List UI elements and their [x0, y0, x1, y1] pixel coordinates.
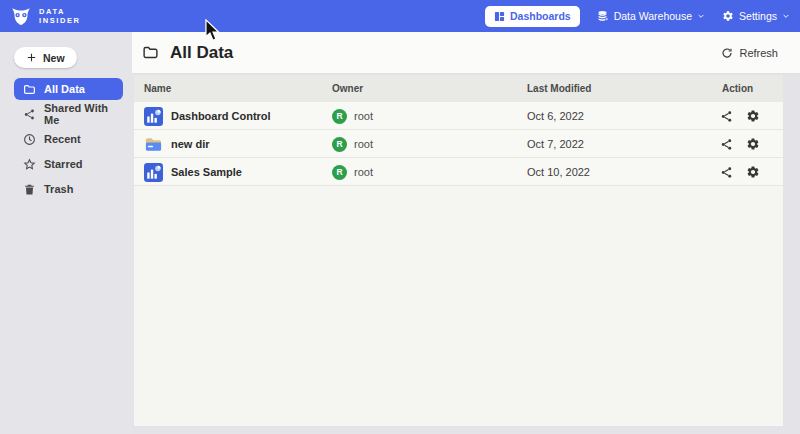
- brand-line2: INSIDER: [39, 16, 81, 25]
- owner-name: root: [354, 138, 373, 150]
- sidebar-item-recent[interactable]: Recent: [14, 128, 123, 150]
- star-icon: [23, 158, 36, 171]
- dashboard-file-icon: [144, 107, 163, 126]
- share-button[interactable]: [720, 110, 733, 123]
- content-header: All Data Refresh: [132, 32, 800, 74]
- new-button[interactable]: New: [14, 47, 77, 68]
- last-modified: Oct 6, 2022: [527, 102, 584, 130]
- folder-icon: [142, 44, 159, 61]
- plus-icon: [26, 52, 37, 63]
- sidebar-item-label: All Data: [44, 83, 85, 95]
- top-navbar: DATA INSIDER Dashboards: [0, 0, 800, 32]
- owner-name: root: [354, 166, 373, 178]
- file-table: Name Owner Last Modified Action Dashboar…: [134, 75, 783, 426]
- dashboard-file-icon: [144, 163, 163, 182]
- sidebar-item-all-data[interactable]: All Data: [14, 78, 123, 100]
- table-row-dashboard-control[interactable]: Dashboard Control R root Oct 6, 2022: [134, 102, 783, 130]
- database-icon: [597, 10, 609, 22]
- table-header: Name Owner Last Modified Action: [134, 75, 783, 102]
- last-modified: Oct 10, 2022: [527, 158, 590, 186]
- share-nodes-icon: [23, 108, 36, 121]
- owl-logo-icon: [10, 5, 32, 27]
- navbar-menu: Dashboards Data Warehouse: [485, 6, 790, 27]
- sidebar-item-label: Recent: [44, 133, 81, 145]
- refresh-label: Refresh: [739, 47, 778, 59]
- row-settings-button[interactable]: [746, 137, 760, 151]
- sidebar-item-shared-with-me[interactable]: Shared With Me: [14, 103, 123, 125]
- owner-name: root: [354, 110, 373, 122]
- file-name: Sales Sample: [171, 166, 242, 178]
- owner-avatar: R: [332, 137, 347, 152]
- column-header-action: Action: [722, 83, 753, 94]
- folder-file-icon: [144, 135, 163, 154]
- row-settings-button[interactable]: [746, 109, 760, 123]
- owner-avatar: R: [332, 109, 347, 124]
- clock-icon: [23, 133, 36, 146]
- settings-label: Settings: [739, 10, 777, 22]
- row-settings-button[interactable]: [746, 165, 760, 179]
- share-button[interactable]: [720, 166, 733, 179]
- column-header-name: Name: [144, 83, 171, 94]
- trash-icon: [23, 183, 36, 196]
- sidebar: New All Data Shared With Me: [0, 32, 132, 434]
- last-modified: Oct 7, 2022: [527, 130, 584, 158]
- refresh-button[interactable]: Refresh: [721, 47, 778, 59]
- folder-icon: [23, 83, 36, 96]
- new-button-label: New: [43, 52, 65, 64]
- file-name: new dir: [171, 138, 210, 150]
- sidebar-item-starred[interactable]: Starred: [14, 153, 123, 175]
- app-window: DATA INSIDER Dashboards: [0, 0, 800, 434]
- sidebar-item-label: Trash: [44, 183, 73, 195]
- data-warehouse-menu[interactable]: Data Warehouse: [597, 10, 705, 22]
- file-name: Dashboard Control: [171, 110, 271, 122]
- brand-logo: DATA INSIDER: [10, 5, 81, 27]
- column-header-owner: Owner: [332, 83, 363, 94]
- gear-icon: [722, 10, 734, 22]
- dashboards-label: Dashboards: [510, 10, 571, 22]
- table-row-sales-sample[interactable]: Sales Sample R root Oct 10, 2022: [134, 158, 783, 186]
- sidebar-item-label: Starred: [44, 158, 83, 170]
- settings-menu[interactable]: Settings: [722, 10, 790, 22]
- page-title: All Data: [170, 43, 233, 63]
- chevron-down-icon: [782, 12, 790, 20]
- sidebar-item-trash[interactable]: Trash: [14, 178, 123, 200]
- table-row-new-dir[interactable]: new dir R root Oct 7, 2022: [134, 130, 783, 158]
- refresh-icon: [721, 47, 733, 59]
- dashboards-grid-icon: [494, 11, 505, 22]
- data-warehouse-label: Data Warehouse: [614, 10, 692, 22]
- column-header-last-modified: Last Modified: [527, 83, 591, 94]
- share-button[interactable]: [720, 138, 733, 151]
- sidebar-nav: All Data Shared With Me Recent: [0, 78, 132, 200]
- owner-avatar: R: [332, 165, 347, 180]
- main-content: All Data Refresh Name Owner Last Modifie…: [132, 32, 800, 434]
- brand-line1: DATA: [39, 7, 81, 16]
- dashboards-button[interactable]: Dashboards: [485, 6, 580, 27]
- chevron-down-icon: [697, 12, 705, 20]
- sidebar-item-label: Shared With Me: [44, 102, 114, 126]
